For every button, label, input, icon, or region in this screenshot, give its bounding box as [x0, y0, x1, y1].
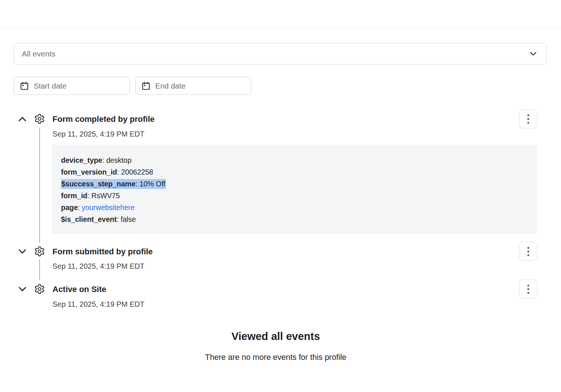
timeline-connector: [39, 128, 40, 243]
event-timestamp: Sep 11, 2025, 4:19 PM EDT: [52, 130, 144, 138]
gear-icon: [34, 283, 45, 295]
end-date-placeholder: End date: [155, 82, 186, 90]
chevron-down-icon: [17, 246, 28, 257]
kebab-dot: [527, 254, 529, 256]
event-menu-button[interactable]: [519, 279, 537, 299]
end-of-feed-heading: Viewed all events: [14, 330, 538, 343]
kebab-dot: [527, 118, 529, 120]
event-title: Form completed by profile: [52, 114, 154, 124]
event-title: Form submitted by profile: [52, 247, 153, 257]
event-filter-value: All events: [22, 49, 528, 58]
kebab-dot: [527, 247, 529, 249]
collapse-event-button[interactable]: [16, 113, 28, 125]
calendar-icon: [141, 81, 151, 91]
event-timestamp: Sep 11, 2025, 4:19 PM EDT: [52, 300, 144, 309]
chevron-up-icon: [17, 113, 28, 125]
event-details-panel: device_typedesktop form_version_id200622…: [52, 145, 537, 234]
calendar-icon: [20, 81, 29, 91]
kebab-dot: [527, 122, 529, 124]
event-property-selected: $success_step_name10% Off: [61, 178, 528, 190]
gear-icon: [34, 113, 45, 124]
event-property: $is_client_eventfalse: [61, 213, 528, 225]
page-link[interactable]: yourwebsitehere: [82, 203, 135, 212]
header-divider: [0, 28, 561, 28]
event-filter-select[interactable]: All events: [14, 43, 547, 65]
event-property: device_typedesktop: [61, 154, 528, 166]
kebab-dot: [527, 288, 529, 290]
event-menu-button[interactable]: [519, 242, 537, 261]
end-of-feed-message: There are no more events for this profil…: [14, 353, 538, 362]
event-title: Active on Site: [52, 285, 106, 294]
start-date-input[interactable]: Start date: [14, 77, 130, 95]
kebab-dot: [527, 285, 529, 286]
end-date-input[interactable]: End date: [135, 77, 251, 95]
gear-icon: [34, 246, 45, 257]
expand-event-button[interactable]: [16, 283, 28, 295]
chevron-down-icon: [528, 49, 538, 59]
timeline-connector: [39, 259, 40, 280]
kebab-dot: [527, 114, 529, 116]
event-property: form_version_id20062258: [61, 166, 528, 178]
profile-activity-page: All events Start date End date: [0, 0, 561, 392]
kebab-dot: [527, 251, 529, 252]
event-property: form_idRsWV75: [61, 190, 528, 202]
start-date-placeholder: Start date: [34, 82, 67, 90]
chevron-down-icon: [17, 283, 28, 295]
expand-event-button[interactable]: [16, 245, 28, 257]
kebab-dot: [527, 292, 529, 294]
event-menu-button[interactable]: [519, 109, 537, 128]
event-property: pageyourwebsitehere: [61, 202, 528, 213]
event-timestamp: Sep 11, 2025, 4:19 PM EDT: [52, 262, 144, 271]
